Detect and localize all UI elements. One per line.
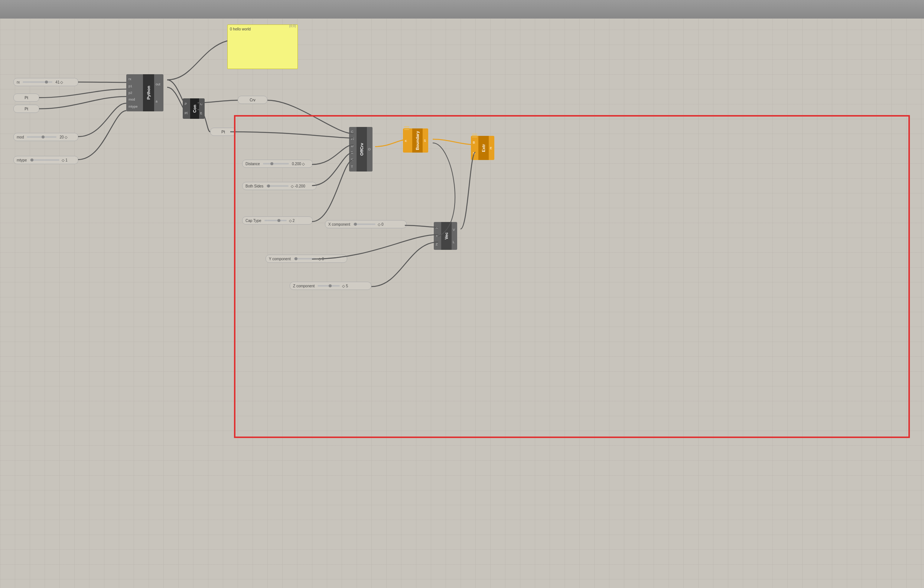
extr-node[interactable]: B D Extr E [471, 136, 494, 160]
y-component-label: Y component [269, 257, 291, 261]
python-body: Python [143, 74, 154, 111]
extr-label: Extr [481, 144, 486, 152]
python-port-rx: rx [129, 76, 142, 82]
vec-port-x: X [436, 225, 440, 230]
both-sides-diamond: ◇ [291, 184, 294, 188]
mod-value: 20 [59, 135, 64, 139]
con-port-e: E [200, 110, 203, 116]
vec-inputs: X Y Z [434, 222, 441, 250]
yellow-panel-content: 0 hello world [230, 27, 295, 31]
crv-label-node: Crv [238, 96, 267, 104]
x-component-track[interactable] [353, 224, 375, 225]
mod-thumb[interactable] [41, 135, 45, 138]
distance-slider[interactable]: Distance 0.200 ◇ [242, 160, 313, 168]
boundary-outputs: S [422, 128, 428, 153]
cap-type-diamond: ◇ [289, 219, 292, 223]
pt2-node: Pt [13, 105, 40, 113]
offcrv-port-t: T [351, 164, 355, 169]
pt2-label: Pt [25, 107, 28, 111]
distance-track[interactable] [263, 163, 289, 165]
mtype-track[interactable] [30, 159, 59, 161]
yellow-panel: (0;0) 0 hello world [227, 25, 298, 69]
mtype-thumb[interactable] [30, 158, 33, 161]
mod-label: mod [17, 135, 24, 139]
vec-label: Vec [444, 232, 449, 239]
z-component-slider[interactable]: Z component ◇ 5 [290, 282, 371, 290]
offcrv-port-c: C [351, 129, 355, 134]
mtype-slider[interactable]: mtype ◇ 1 [13, 156, 78, 164]
offcrv-port-d: D [351, 143, 355, 148]
rx-slider[interactable]: rx 41 ◇ [13, 78, 78, 86]
vec-port-y: Y [436, 233, 440, 238]
con-inputs: P Pl [183, 98, 190, 119]
distance-value: 0.200 [292, 162, 301, 166]
cap-type-label: Cap Type [246, 219, 261, 223]
distance-label: Distance [246, 162, 260, 166]
mtype-label: mtype [17, 158, 27, 162]
rx-thumb[interactable] [45, 81, 48, 84]
boundary-port-s: S [424, 138, 426, 143]
offcrv-node[interactable]: C Pl D B K T OffCrv O [349, 127, 373, 171]
mod-track[interactable] [27, 136, 56, 138]
rx-track[interactable] [23, 81, 52, 83]
x-component-slider[interactable]: X component ◇ 0 [325, 220, 407, 228]
con-port-p: P [185, 101, 189, 107]
distance-thumb[interactable] [271, 162, 273, 165]
y-component-track[interactable] [294, 258, 316, 259]
con-body: Con [190, 98, 199, 119]
con-node[interactable]: P Pl Con C E [183, 98, 205, 119]
python-inputs: rx p1 p2 mod mtype [126, 74, 143, 111]
offcrv-port-o: O [368, 147, 371, 152]
python-port-mtype: mtype [129, 104, 142, 109]
vec-port-l: L [453, 239, 455, 245]
y-component-value: 0 [322, 257, 324, 261]
mod-slider[interactable]: mod 20 ◇ [13, 133, 78, 141]
top-bar [0, 0, 924, 18]
x-component-diamond: ◇ [378, 222, 381, 226]
con-port-c: C [200, 101, 203, 107]
z-component-thumb[interactable] [329, 284, 332, 287]
cap-type-slider[interactable]: Cap Type ◇ 2 [242, 216, 313, 225]
both-sides-value: -0.200 [295, 184, 305, 188]
pt-label-node: Pt [210, 128, 236, 136]
con-label: Con [192, 105, 197, 112]
pt1-node: Pt [13, 94, 40, 102]
python-port-p1: p1 [129, 84, 142, 89]
boundary-node[interactable]: E Boundary S [403, 128, 428, 153]
x-component-thumb[interactable] [354, 223, 357, 226]
boundary-inputs: E [403, 128, 412, 153]
extr-inputs: B D [471, 136, 478, 160]
con-port-pl: Pl [185, 110, 189, 116]
z-component-track[interactable] [318, 285, 340, 287]
yellow-panel-title: (0;0) [289, 24, 296, 28]
y-component-slider[interactable]: Y component ◇ 0 [266, 255, 347, 263]
python-port-a: a [156, 99, 161, 104]
vec-port-v: V [453, 227, 455, 232]
python-port-p2: p2 [129, 90, 142, 96]
cap-type-thumb[interactable] [277, 219, 280, 222]
vec-outputs: V L [452, 222, 457, 250]
offcrv-label: OffCrv [360, 143, 364, 156]
con-outputs: C E [199, 98, 205, 119]
boundary-label: Boundary [415, 131, 420, 150]
extr-port-d: D [473, 151, 477, 156]
both-sides-slider[interactable]: Both Sides ◇ -0.200 [242, 182, 317, 190]
mtype-value: 1 [65, 158, 68, 162]
pt1-label: Pt [25, 96, 28, 100]
rx-label: rx [17, 80, 20, 84]
both-sides-track[interactable] [266, 185, 289, 187]
offcrv-outputs: O [367, 127, 373, 171]
extr-port-b: B [473, 140, 477, 145]
mtype-diamond: ◇ [62, 158, 64, 162]
both-sides-label: Both Sides [246, 184, 263, 188]
both-sides-thumb[interactable] [267, 184, 270, 188]
z-component-label: Z component [293, 284, 315, 288]
python-label: Python [146, 86, 151, 99]
cap-type-track[interactable] [264, 220, 287, 221]
python-node[interactable]: rx p1 p2 mod mtype Python out a [126, 74, 163, 111]
python-port-out: out [156, 82, 161, 87]
rx-value: 41 [55, 80, 59, 84]
vec-node[interactable]: X Y Z Vec V L [434, 222, 457, 250]
y-component-thumb[interactable] [295, 257, 297, 260]
crv-label: Crv [249, 98, 256, 102]
